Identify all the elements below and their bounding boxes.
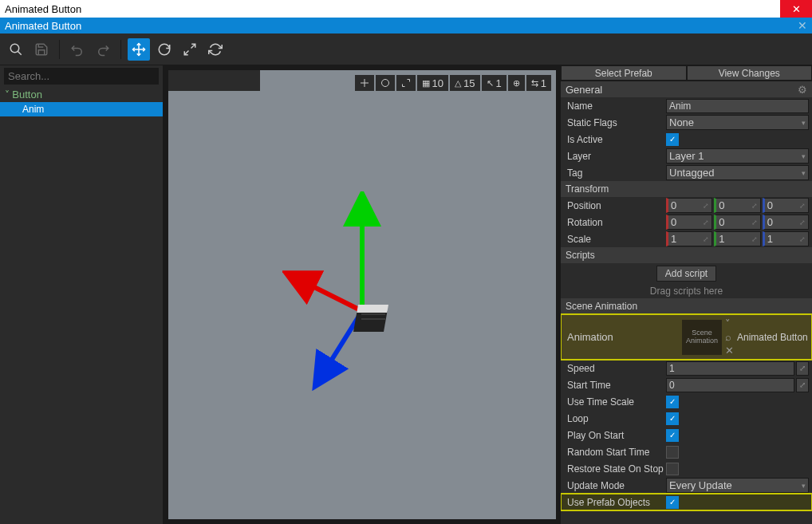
layer-label: Layer [564, 151, 666, 162]
speed-input[interactable]: 1 [666, 361, 794, 376]
update-mode-label: Update Mode [564, 480, 666, 491]
scale-y-input[interactable]: 1⤢ [714, 231, 760, 246]
use-prefab-label: Use Prefab Objects [564, 497, 666, 508]
save-icon[interactable] [30, 38, 53, 61]
svg-point-8 [381, 80, 388, 87]
speed-label: Speed [564, 363, 666, 374]
rotate-tool-icon[interactable] [153, 38, 175, 61]
position-label: Position [564, 200, 666, 211]
viewport[interactable]: ▦ 10 △ 15 ↖ 1 ⊕ ⇆ 1 [168, 70, 556, 519]
start-time-label: Start Time [564, 380, 666, 391]
name-input[interactable] [666, 99, 809, 113]
panel-title: Animated Button [5, 20, 81, 32]
main-toolbar [0, 33, 812, 65]
tree-item-child[interactable]: Anim [0, 102, 163, 116]
position-y-input[interactable]: 0⤢ [714, 198, 760, 213]
tree-item-root[interactable]: ˅ Button [0, 87, 163, 102]
loop-checkbox[interactable]: ✓ [666, 412, 679, 425]
vp-snap-move[interactable]: ↖ 1 [482, 75, 507, 91]
rotation-label: Rotation [564, 217, 666, 228]
scripts-header[interactable]: Scripts [561, 247, 812, 263]
move-tool-icon[interactable] [128, 38, 150, 61]
vp-move-icon[interactable] [355, 75, 374, 91]
animation-value: Animated Button [734, 332, 809, 343]
vp-globe-icon[interactable]: ⊕ [508, 75, 525, 91]
start-time-spin-icon[interactable]: ⤢ [796, 378, 809, 392]
static-flags-dropdown[interactable]: None▾ [666, 115, 809, 130]
play-on-start-checkbox[interactable]: ✓ [666, 429, 679, 442]
vp-snap-rot[interactable]: ⇆ 1 [526, 75, 551, 91]
position-z-input[interactable]: 0⤢ [763, 198, 809, 213]
hierarchy-panel: ˅ Button Anim [0, 65, 164, 524]
search-icon[interactable] [5, 38, 27, 61]
search-small-icon[interactable]: ⌕ [725, 331, 734, 343]
svg-line-1 [18, 51, 22, 55]
vp-tri-count[interactable]: △ 15 [450, 75, 479, 91]
hierarchy-search-input[interactable] [4, 68, 159, 85]
refresh-tool-icon[interactable] [204, 38, 227, 61]
rotation-z-input[interactable]: 0⤢ [763, 215, 809, 230]
svg-line-4 [191, 44, 195, 48]
main-area: ˅ Button Anim ▦ 10 △ 15 ↖ 1 ⊕ ⇆ 1 [0, 65, 812, 524]
window-close-button[interactable]: ✕ [780, 0, 812, 18]
window-titlebar: Animated Button ✕ [0, 0, 812, 18]
gear-icon[interactable]: ⚙ [798, 84, 807, 96]
add-script-button[interactable]: Add script [656, 266, 716, 282]
scale-label: Scale [564, 234, 666, 245]
is-active-checkbox[interactable]: ✓ [666, 133, 679, 146]
use-prefab-checkbox[interactable]: ✓ [666, 496, 679, 509]
animation-label: Animation [564, 331, 682, 343]
svg-line-11 [298, 279, 362, 311]
start-time-input[interactable]: 0 [666, 378, 794, 392]
tag-dropdown[interactable]: Untagged▾ [666, 165, 809, 180]
svg-rect-14 [357, 305, 388, 313]
use-prefab-row-highlight: Use Prefab Objects✓ [561, 494, 812, 510]
scene-animation-header[interactable]: Scene Animation [561, 298, 812, 314]
viewport-tab[interactable] [168, 70, 260, 91]
window-title: Animated Button [5, 3, 81, 15]
view-changes-button[interactable]: View Changes [687, 65, 813, 81]
speed-spin-icon[interactable]: ⤢ [796, 361, 809, 376]
static-flags-label: Static Flags [564, 117, 666, 128]
use-time-scale-checkbox[interactable]: ✓ [666, 396, 679, 408]
general-header[interactable]: General⚙ [561, 81, 812, 97]
svg-line-5 [184, 50, 188, 54]
vp-grid-count[interactable]: ▦ 10 [417, 75, 448, 91]
restore-state-checkbox[interactable] [666, 463, 679, 475]
scale-tool-icon[interactable] [179, 38, 201, 61]
select-prefab-button[interactable]: Select Prefab [561, 65, 687, 81]
chevron-down-icon[interactable]: ˅ [725, 317, 734, 329]
viewport-panel: ▦ 10 △ 15 ↖ 1 ⊕ ⇆ 1 [164, 65, 561, 524]
drag-scripts-hint: Drag scripts here [561, 284, 812, 298]
panel-close-icon[interactable]: ✕ [798, 19, 807, 32]
rotation-x-input[interactable]: 0⤢ [666, 215, 712, 230]
redo-icon[interactable] [92, 38, 114, 61]
restore-state-label: Restore State On Stop [564, 463, 666, 475]
scale-z-input[interactable]: 1⤢ [763, 231, 809, 246]
vp-scale-icon[interactable] [396, 75, 416, 91]
rotation-y-input[interactable]: 0⤢ [714, 215, 760, 230]
panel-titlebar: Animated Button ✕ [0, 18, 812, 33]
transform-gizmo[interactable] [282, 191, 442, 399]
play-on-start-label: Play On Start [564, 430, 666, 441]
animation-field-highlight: Animation Scene Animation ˅ ⌕ ✕ Animated… [561, 314, 812, 360]
svg-point-0 [10, 44, 19, 53]
loop-label: Loop [564, 413, 666, 424]
position-x-input[interactable]: 0⤢ [666, 198, 712, 213]
is-active-label: Is Active [564, 134, 666, 145]
update-mode-dropdown[interactable]: Every Update▾ [666, 478, 809, 493]
layer-dropdown[interactable]: Layer 1▾ [666, 148, 809, 164]
random-start-label: Random Start Time [564, 447, 666, 458]
name-label: Name [564, 100, 666, 112]
undo-icon[interactable] [66, 38, 89, 61]
tag-label: Tag [564, 167, 666, 179]
viewport-toolbar: ▦ 10 △ 15 ↖ 1 ⊕ ⇆ 1 [355, 75, 551, 91]
vp-rotate-icon[interactable] [376, 75, 395, 91]
random-start-checkbox[interactable] [666, 446, 679, 459]
animation-thumbnail[interactable]: Scene Animation [682, 320, 722, 355]
transform-header[interactable]: Transform [561, 181, 812, 197]
scale-x-input[interactable]: 1⤢ [666, 231, 712, 246]
inspector-panel: Select Prefab View Changes General⚙ Name… [561, 65, 812, 524]
clear-icon[interactable]: ✕ [725, 345, 734, 357]
use-time-scale-label: Use Time Scale [564, 396, 666, 408]
